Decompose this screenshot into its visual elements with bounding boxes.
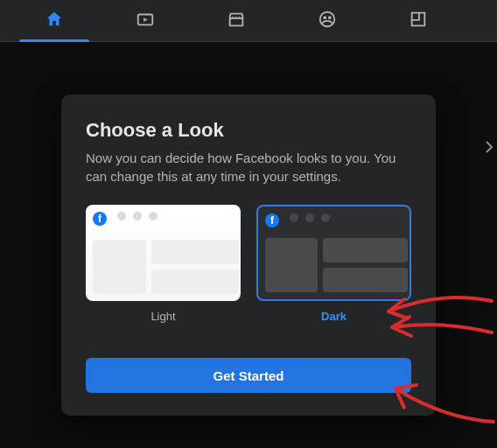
svg-point-2 — [323, 16, 326, 19]
annotation-arrow — [390, 374, 497, 432]
nav-home[interactable] — [9, 0, 100, 41]
marketplace-icon — [227, 10, 246, 32]
nav-watch[interactable] — [100, 0, 191, 41]
dark-preview: f — [256, 205, 411, 301]
modal-title: Choose a Look — [86, 119, 411, 142]
carousel-next[interactable] — [481, 131, 497, 166]
light-preview: f — [86, 205, 241, 301]
nav-gaming[interactable] — [373, 0, 464, 41]
modal-description: Now you can decide how Facebook looks to… — [86, 149, 411, 186]
theme-option-light[interactable]: f Light — [86, 205, 241, 323]
groups-icon — [318, 10, 337, 32]
nav-groups[interactable] — [282, 0, 373, 41]
preview-dots — [117, 212, 158, 220]
nav-marketplace[interactable] — [191, 0, 282, 41]
svg-point-1 — [320, 11, 335, 26]
svg-point-3 — [328, 16, 332, 19]
annotation-arrow — [378, 290, 497, 343]
facebook-logo-icon: f — [93, 212, 107, 226]
theme-options: f Light f Dark — [86, 205, 411, 323]
watch-icon — [136, 10, 155, 32]
light-label: Light — [86, 301, 241, 323]
chevron-right-icon — [485, 140, 494, 158]
preview-dots — [290, 214, 330, 222]
gaming-icon — [409, 10, 428, 32]
get-started-button[interactable]: Get Started — [86, 358, 411, 393]
facebook-logo-icon: f — [265, 214, 279, 228]
preview-tiles — [93, 240, 234, 294]
home-icon — [45, 10, 64, 32]
top-nav — [0, 0, 497, 42]
appearance-modal: Choose a Look Now you can decide how Fac… — [61, 94, 436, 416]
preview-tiles — [265, 238, 402, 292]
